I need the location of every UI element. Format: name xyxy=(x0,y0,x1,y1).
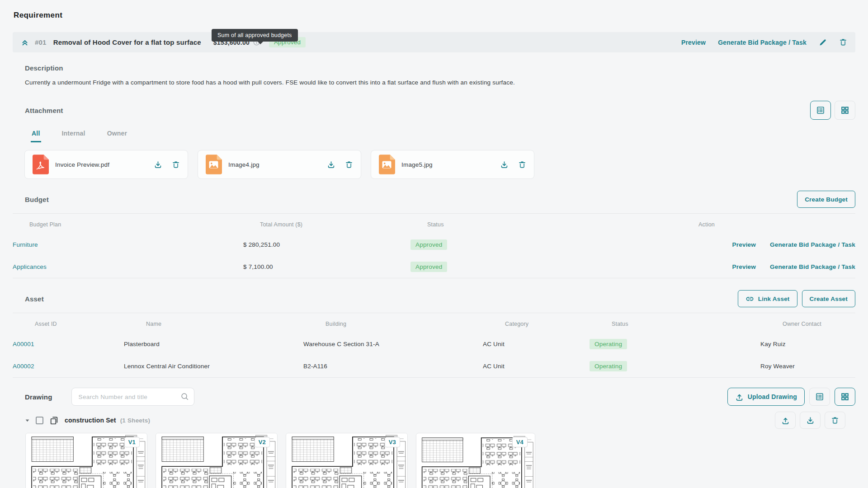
file-download-button[interactable] xyxy=(500,160,509,169)
create-asset-button[interactable]: Create Asset xyxy=(802,290,855,307)
edit-button[interactable] xyxy=(819,38,827,47)
table-row: A00002 Lennox Central Air Conditioner B2… xyxy=(13,355,855,377)
preview-link[interactable]: Preview xyxy=(681,39,706,46)
status-badge: Approved xyxy=(410,239,447,250)
set-name[interactable]: construction Set xyxy=(65,417,116,424)
attachment-list-view-button[interactable] xyxy=(810,101,831,120)
tab-internal[interactable]: Internal xyxy=(61,127,86,142)
chevron-double-up-icon xyxy=(21,38,29,47)
asset-heading: Asset xyxy=(25,295,44,303)
delete-button[interactable] xyxy=(839,38,847,47)
drawing-thumbnails: V1 V2 V3 V4 xyxy=(25,433,855,488)
grid-view-icon xyxy=(840,106,849,115)
budget-header: Budget Create Budget xyxy=(13,191,855,208)
drawing-grid-view-button[interactable] xyxy=(835,388,855,406)
grid-view-icon xyxy=(840,392,849,401)
asset-building: B2-A116 xyxy=(303,363,483,370)
file-delete-button[interactable] xyxy=(518,160,526,169)
trash-icon xyxy=(831,416,839,425)
set-upload-button[interactable] xyxy=(775,412,796,429)
drawing-search xyxy=(71,388,194,406)
file-card[interactable]: Invoice Preview.pdf xyxy=(24,150,188,179)
status-badge: Operating xyxy=(590,339,627,349)
collapse-button[interactable] xyxy=(21,38,29,47)
page-title: Requirement xyxy=(14,11,855,20)
col-total-amount: Total Amount ($) xyxy=(260,214,427,234)
table-row: A00001 Plasterboard Warehouse C Section … xyxy=(13,333,855,355)
budget-amount: $ 280,251.00 xyxy=(243,241,410,248)
col-name: Name xyxy=(146,313,326,333)
file-download-button[interactable] xyxy=(327,160,335,169)
file-card[interactable]: Image4.jpg xyxy=(198,150,361,179)
upload-icon xyxy=(781,416,790,425)
attachment-heading: Attachment xyxy=(25,107,63,114)
drawing-thumbnail[interactable]: V2 xyxy=(156,433,278,488)
create-budget-button[interactable]: Create Budget xyxy=(797,191,855,208)
file-name: Image5.jpg xyxy=(401,161,433,168)
link-asset-button[interactable]: Link Asset xyxy=(738,290,797,307)
drawing-thumbnail[interactable]: V3 xyxy=(286,433,408,488)
budget-table-header: Budget Plan Total Amount ($) Status Acti… xyxy=(13,214,855,234)
budget-preview-link[interactable]: Preview xyxy=(732,241,756,248)
file-download-button[interactable] xyxy=(154,160,162,169)
upload-icon xyxy=(735,393,744,401)
asset-name: Lennox Central Air Conditioner xyxy=(124,363,303,370)
pencil-icon xyxy=(819,38,827,47)
attachment-file-list: Invoice Preview.pdf Image4.jpg xyxy=(24,150,855,179)
asset-table: Asset ID Name Building Category Status O… xyxy=(13,313,855,378)
version-badge: V2 xyxy=(255,437,270,447)
budget-generate-link[interactable]: Generate Bid Package / Task xyxy=(770,263,855,270)
upload-drawing-button[interactable]: Upload Drawing xyxy=(727,388,805,406)
drawing-thumbnail[interactable]: V4 xyxy=(416,433,535,488)
col-category: Category xyxy=(505,313,612,333)
list-view-icon xyxy=(816,106,825,115)
search-input[interactable] xyxy=(71,388,194,406)
set-checkbox[interactable] xyxy=(36,417,43,424)
budget-amount: $ 7,100.00 xyxy=(243,263,410,270)
download-icon xyxy=(806,416,815,425)
col-owner-contact: Owner Contact xyxy=(783,313,843,333)
description-heading: Description xyxy=(25,64,855,72)
list-view-icon xyxy=(815,392,824,401)
asset-name: Plasterboard xyxy=(124,341,303,347)
budget-table: Budget Plan Total Amount ($) Status Acti… xyxy=(13,213,855,278)
tab-owner[interactable]: Owner xyxy=(106,127,128,142)
drawing-thumbnail[interactable]: V1 xyxy=(25,433,147,488)
version-badge: V3 xyxy=(385,437,400,447)
set-download-button[interactable] xyxy=(800,412,821,429)
file-name: Invoice Preview.pdf xyxy=(55,161,109,168)
set-sheet-count: (1 Sheets) xyxy=(120,417,151,424)
set-delete-button[interactable] xyxy=(825,412,845,429)
download-icon xyxy=(327,160,335,169)
budget-generate-link[interactable]: Generate Bid Package / Task xyxy=(770,241,855,248)
trash-icon xyxy=(345,160,353,169)
generate-bid-package-link[interactable]: Generate Bid Package / Task xyxy=(718,39,807,46)
requirement-title: Removal of Hood Cover for a flat top sur… xyxy=(53,38,201,46)
tab-all[interactable]: All xyxy=(31,127,41,142)
attachment-grid-view-button[interactable] xyxy=(835,101,855,120)
trash-icon xyxy=(172,160,180,169)
pdf-file-icon xyxy=(33,155,49,174)
budget-plan-link[interactable]: Applicances xyxy=(13,263,243,270)
download-icon xyxy=(154,160,162,169)
search-icon[interactable] xyxy=(180,392,189,403)
requirement-actions: Preview Generate Bid Package / Task xyxy=(681,38,847,47)
file-delete-button[interactable] xyxy=(345,160,353,169)
col-asset-id: Asset ID xyxy=(35,313,146,333)
table-row: Furniture $ 280,251.00 Approved Preview … xyxy=(13,234,855,256)
col-building: Building xyxy=(326,313,505,333)
drawing-list-view-button[interactable] xyxy=(809,388,830,406)
budget-plan-link[interactable]: Furniture xyxy=(13,241,243,248)
file-card[interactable]: Image5.jpg xyxy=(371,150,534,179)
col-budget-plan: Budget Plan xyxy=(29,214,260,234)
asset-table-header: Asset ID Name Building Category Status O… xyxy=(13,313,855,333)
drawing-set-row: construction Set (1 Sheets) xyxy=(25,412,855,429)
asset-id-link[interactable]: A00002 xyxy=(13,363,124,370)
file-delete-button[interactable] xyxy=(172,160,180,169)
link-icon xyxy=(745,295,754,303)
budget-preview-link[interactable]: Preview xyxy=(732,263,756,270)
status-badge: Approved xyxy=(410,262,447,272)
image-file-icon xyxy=(379,155,395,174)
asset-id-link[interactable]: A00001 xyxy=(13,341,124,347)
set-expand-button[interactable] xyxy=(25,418,30,423)
